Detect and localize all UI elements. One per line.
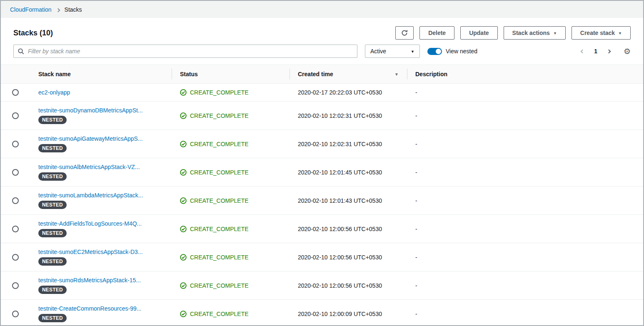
- next-page-icon[interactable]: [606, 48, 612, 55]
- table-row[interactable]: testnite-sumoRdsMetricsAppStack-15... NE…: [1, 271, 643, 300]
- previous-page-icon[interactable]: [579, 48, 586, 55]
- cloudformation-stacks-page: CloudFormation Stacks Stacks (10) Delete…: [0, 0, 644, 326]
- created-time-cell: 2020-02-10 12:00:56 UTC+0530: [290, 277, 407, 294]
- stack-name-link[interactable]: testnite-sumoEC2MetricsAppStack-D3...: [38, 249, 143, 255]
- success-check-icon: [180, 311, 187, 317]
- row-radio-button[interactable]: [12, 254, 19, 261]
- stack-name-link[interactable]: ec2-onlyapp: [38, 89, 70, 96]
- stack-name-cell: testnite-sumoRdsMetricsAppStack-15... NE…: [30, 271, 172, 299]
- description-cell: -: [407, 277, 643, 294]
- table-row[interactable]: testnite-sumoAlbMetricsAppStack-VZ... NE…: [1, 158, 643, 187]
- table-row[interactable]: testnite-AddFieldsToLogSources-M4Q... NE…: [1, 215, 643, 243]
- description-cell: -: [407, 164, 643, 181]
- success-check-icon: [180, 282, 187, 289]
- create-stack-button[interactable]: Create stack ▼: [572, 26, 631, 40]
- page-number[interactable]: 1: [594, 48, 597, 55]
- success-check-icon: [180, 89, 187, 96]
- status-filter-select[interactable]: Active ▼: [365, 45, 420, 58]
- row-radio-button[interactable]: [12, 282, 19, 289]
- update-button[interactable]: Update: [460, 26, 497, 40]
- created-time-cell: 2020-02-10 12:01:43 UTC+0530: [290, 192, 407, 209]
- table-row[interactable]: testnite-sumoApiGatewayMetricsAppS... NE…: [1, 130, 643, 158]
- filter-row: Active ▼ View nested 1 ⚙: [1, 45, 643, 65]
- stack-name-cell: testnite-AddFieldsToLogSources-M4Q... NE…: [30, 215, 172, 243]
- status-cell: CREATE_COMPLETE: [172, 249, 290, 266]
- success-check-icon: [180, 141, 187, 147]
- nested-badge: NESTED: [38, 257, 67, 266]
- description-cell: -: [407, 305, 643, 323]
- stack-actions-button[interactable]: Stack actions ▼: [504, 26, 566, 40]
- header-stack-name[interactable]: Stack name: [30, 65, 172, 83]
- status-cell: CREATE_COMPLETE: [172, 107, 290, 124]
- stack-name-link[interactable]: testnite-CreateCommonResources-99...: [38, 305, 141, 312]
- row-radio-button[interactable]: [12, 311, 19, 317]
- stack-name-link[interactable]: testnite-sumoDynamoDBMetricsAppSt...: [38, 107, 143, 114]
- header-description[interactable]: Description: [407, 65, 643, 83]
- breadcrumb-cloudformation[interactable]: CloudFormation: [10, 6, 52, 13]
- row-select-cell: [1, 277, 30, 294]
- row-select-cell: [1, 192, 30, 209]
- row-radio-button[interactable]: [12, 89, 19, 96]
- gear-icon[interactable]: ⚙: [624, 47, 631, 55]
- row-radio-button[interactable]: [12, 197, 19, 204]
- row-radio-button[interactable]: [12, 226, 19, 232]
- stack-name-cell: ec2-onlyapp: [30, 84, 172, 101]
- row-select-cell: [1, 164, 30, 181]
- table-row[interactable]: testnite-sumoDynamoDBMetricsAppSt... NES…: [1, 102, 643, 130]
- created-time-cell: 2020-02-10 12:00:09 UTC+0530: [290, 305, 407, 323]
- status-cell: CREATE_COMPLETE: [172, 192, 290, 209]
- nested-badge: NESTED: [38, 144, 67, 152]
- success-check-icon: [180, 197, 187, 204]
- row-select-cell: [1, 84, 30, 101]
- header-created-time[interactable]: Created time ▼: [290, 65, 407, 83]
- stack-name-cell: testnite-sumoLambdaMetricsAppStack... NE…: [30, 187, 172, 214]
- stack-name-link[interactable]: testnite-sumoLambdaMetricsAppStack...: [38, 192, 143, 199]
- create-stack-label: Create stack: [580, 30, 615, 36]
- created-time-cell: 2020-02-10 12:02:31 UTC+0530: [290, 135, 407, 153]
- stack-name-cell: testnite-sumoApiGatewayMetricsAppS... NE…: [30, 130, 172, 158]
- stack-name-link[interactable]: testnite-AddFieldsToLogSources-M4Q...: [38, 220, 142, 227]
- table-row[interactable]: testnite-sumoEC2MetricsAppStack-D3... NE…: [1, 243, 643, 271]
- stack-name-cell: testnite-sumoAlbMetricsAppStack-VZ... NE…: [30, 158, 172, 186]
- created-time-cell: 2020-02-10 12:00:56 UTC+0530: [290, 249, 407, 266]
- header-select-column: [1, 65, 30, 83]
- header-status[interactable]: Status: [172, 65, 290, 83]
- stack-name-cell: testnite-sumoEC2MetricsAppStack-D3... NE…: [30, 243, 172, 271]
- status-filter-value: Active: [370, 48, 386, 55]
- view-nested-label: View nested: [446, 48, 477, 55]
- caret-down-icon: ▼: [618, 32, 622, 35]
- nested-badge: NESTED: [38, 286, 67, 294]
- status-cell: CREATE_COMPLETE: [172, 135, 290, 153]
- row-radio-button[interactable]: [12, 141, 19, 147]
- search-icon: [18, 48, 24, 55]
- status-text: CREATE_COMPLETE: [190, 226, 249, 232]
- table-row[interactable]: ec2-onlyapp CREATE_COMPLETE 2020-02-17 2…: [1, 84, 643, 102]
- table-row[interactable]: testnite-sumoLambdaMetricsAppStack... NE…: [1, 187, 643, 215]
- stack-filter-box[interactable]: [13, 45, 357, 58]
- refresh-button[interactable]: [395, 26, 414, 40]
- row-radio-button[interactable]: [12, 169, 19, 176]
- stack-name-cell: testnite-CreateCommonResources-99... NES…: [30, 300, 172, 326]
- sort-desc-icon[interactable]: ▼: [394, 72, 399, 77]
- row-select-cell: [1, 249, 30, 266]
- table-body: ec2-onlyapp CREATE_COMPLETE 2020-02-17 2…: [1, 84, 643, 326]
- status-text: CREATE_COMPLETE: [190, 89, 249, 96]
- table-row[interactable]: testnite-CreateCommonResources-99... NES…: [1, 300, 643, 326]
- stack-name-link[interactable]: testnite-sumoAlbMetricsAppStack-VZ...: [38, 164, 140, 170]
- delete-button[interactable]: Delete: [419, 26, 454, 40]
- nested-badge: NESTED: [38, 172, 67, 181]
- stack-name-link[interactable]: testnite-sumoApiGatewayMetricsAppS...: [38, 135, 143, 142]
- row-select-cell: [1, 220, 30, 238]
- nested-badge: NESTED: [38, 229, 67, 237]
- stack-name-link[interactable]: testnite-sumoRdsMetricsAppStack-15...: [38, 277, 141, 284]
- search-input[interactable]: [28, 48, 353, 55]
- caret-down-icon: ▼: [411, 50, 414, 54]
- breadcrumb-chevron-icon: [57, 6, 60, 13]
- view-nested-toggle[interactable]: [427, 48, 442, 55]
- status-text: CREATE_COMPLETE: [190, 197, 249, 204]
- row-radio-button[interactable]: [12, 112, 19, 119]
- success-check-icon: [180, 254, 187, 261]
- nested-badge: NESTED: [38, 201, 67, 209]
- created-time-cell: 2020-02-10 12:00:56 UTC+0530: [290, 220, 407, 238]
- stack-actions-label: Stack actions: [512, 30, 550, 36]
